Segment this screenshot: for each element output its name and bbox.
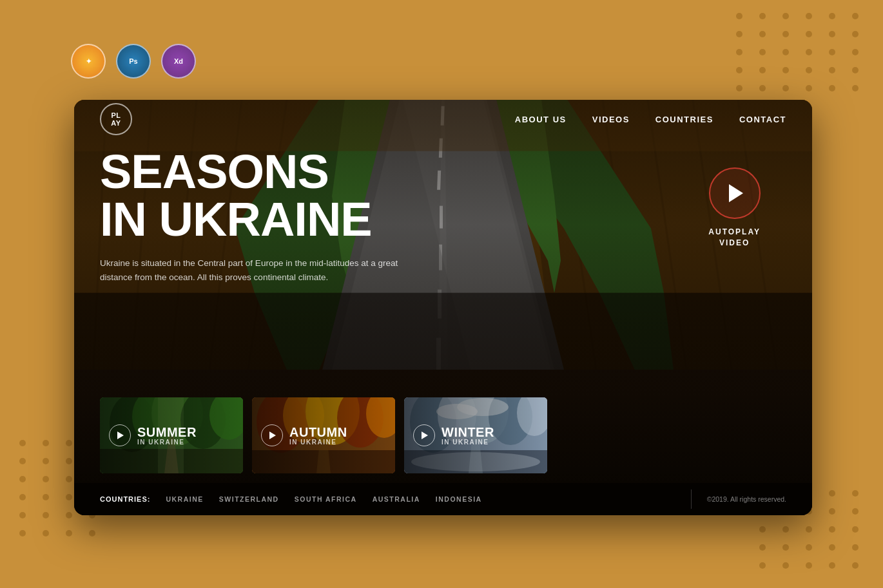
autumn-play-triangle: [269, 432, 276, 439]
season-card-autumn[interactable]: AUTUMN IN UKRAINE: [252, 397, 395, 473]
nav-countries[interactable]: COUNTRIES: [655, 115, 713, 124]
autumn-play-icon[interactable]: [261, 424, 283, 446]
xd-icon[interactable]: Xd: [161, 44, 196, 79]
summer-play-icon[interactable]: [109, 424, 131, 446]
footer-country-australia[interactable]: AUSTRALIA: [373, 495, 420, 503]
autoplay-container: AUTOPLAY VIDEO: [708, 167, 761, 249]
nav-logo[interactable]: PLAY: [100, 103, 132, 135]
tool-icons: ✦ Ps Xd: [71, 44, 196, 79]
nav-videos[interactable]: VIDEOS: [592, 115, 630, 124]
autumn-text: AUTUMN IN UKRAINE: [289, 426, 347, 446]
footer: COUNTRIES: UKRAINE SWITZERLAND SOUTH AFR…: [74, 483, 812, 515]
footer-country-switzerland[interactable]: SWITZERLAND: [219, 495, 279, 503]
hero-title: SEASONS IN UKRAINE: [100, 148, 519, 243]
summer-content: SUMMER IN UKRAINE: [100, 397, 243, 473]
sketch-icon[interactable]: ✦: [71, 44, 106, 79]
footer-copyright: ©2019. All rights reserved.: [707, 495, 786, 503]
autoplay-label: AUTOPLAY VIDEO: [708, 227, 761, 249]
nav-links: ABOUT US VIDEOS COUNTRIES CONTACT: [515, 115, 786, 124]
summer-play-triangle: [117, 432, 124, 439]
nav-contact[interactable]: CONTACT: [739, 115, 786, 124]
nav: PLAY ABOUT US VIDEOS COUNTRIES CONTACT: [74, 100, 812, 138]
autoplay-button[interactable]: [709, 167, 761, 219]
season-card-winter[interactable]: WINTER IN UKRAINE: [404, 397, 547, 473]
autumn-content: AUTUMN IN UKRAINE: [252, 397, 395, 473]
play-icon: [729, 184, 743, 202]
winter-play-icon[interactable]: [413, 424, 435, 446]
winter-content: WINTER IN UKRAINE: [404, 397, 547, 473]
autumn-title: AUTUMN: [289, 426, 347, 439]
hero-content: SEASONS IN UKRAINE Ukraine is situated i…: [100, 148, 786, 303]
summer-title: SUMMER: [137, 426, 197, 439]
footer-country-indonesia[interactable]: INDONESIA: [436, 495, 482, 503]
footer-country-south-africa[interactable]: SOUTH AFRICA: [295, 495, 357, 503]
nav-about-us[interactable]: ABOUT US: [515, 115, 567, 124]
winter-subtitle: IN UKRAINE: [442, 439, 494, 446]
summer-subtitle: IN UKRAINE: [137, 439, 197, 446]
hero-description: Ukraine is situated in the Central part …: [100, 256, 422, 284]
season-card-summer[interactable]: SUMMER IN UKRAINE: [100, 397, 243, 473]
autumn-subtitle: IN UKRAINE: [289, 439, 347, 446]
footer-countries-label: COUNTRIES:: [100, 495, 150, 503]
dots-top-right: [736, 13, 864, 91]
season-cards: SUMMER IN UKRAINE: [100, 397, 547, 473]
footer-countries: COUNTRIES: UKRAINE SWITZERLAND SOUTH AFR…: [100, 495, 482, 503]
footer-divider: [691, 489, 692, 509]
summer-text: SUMMER IN UKRAINE: [137, 426, 197, 446]
photoshop-icon[interactable]: Ps: [116, 44, 151, 79]
winter-text: WINTER IN UKRAINE: [442, 426, 494, 446]
footer-country-ukraine[interactable]: UKRAINE: [166, 495, 203, 503]
winter-play-triangle: [422, 432, 428, 439]
browser-window: PLAY ABOUT US VIDEOS COUNTRIES CONTACT S…: [74, 100, 812, 515]
winter-title: WINTER: [442, 426, 494, 439]
